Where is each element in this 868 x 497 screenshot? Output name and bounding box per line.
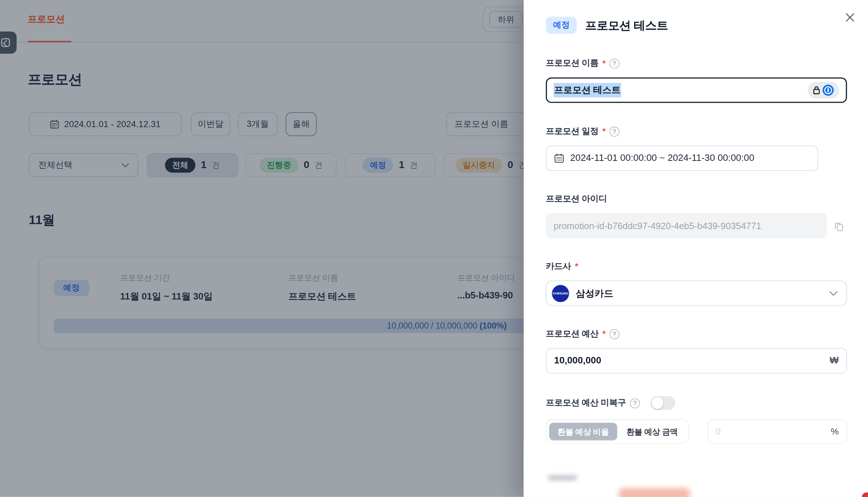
schedule-input[interactable]: 2024-11-01 00:00:00 ~ 2024-11-30 00:00:0… — [546, 145, 818, 171]
budget-no-restore-row: 프로모션 예산 미복구 ? — [546, 396, 675, 410]
drawer-title: 프로모션 테스트 — [585, 18, 668, 33]
status-badge: 예정 — [546, 17, 577, 34]
name-field-label: 프로모션 이름 * ? — [546, 57, 619, 69]
won-currency-symbol: ₩ — [830, 355, 839, 366]
tab-refund-amount[interactable]: 환불 예상 금액 — [618, 423, 686, 440]
budget-input[interactable]: 10,000,000 ₩ — [546, 348, 847, 373]
drawer-header: 예정 프로모션 테스트 — [546, 17, 668, 34]
drawer-footer: 프로모션 종료 취소 저장 — [524, 439, 868, 497]
budget-field-label: 프로모션 예산 * ? — [546, 328, 619, 340]
required-mark: * — [602, 59, 606, 68]
budget-no-restore-toggle[interactable] — [650, 396, 675, 410]
password-manager-extension-button[interactable] — [808, 82, 839, 98]
chevron-down-icon — [829, 291, 837, 296]
screen: 프로모션 하위 프로모션 2024.01.01 - 2024.12.31 — [0, 0, 868, 497]
onepassword-icon — [822, 84, 834, 96]
promotion-id-value: promotion-id-b76ddc97-4920-4eb5-b439-903… — [554, 220, 761, 231]
required-mark: * — [602, 127, 606, 136]
budget-value: 10,000,000 — [554, 355, 601, 366]
lock-icon — [813, 86, 821, 95]
close-icon — [845, 13, 854, 22]
name-input[interactable]: 프로모션 테스트 — [546, 78, 847, 103]
help-icon[interactable]: ? — [609, 59, 619, 69]
blurred-artifact — [548, 475, 577, 480]
toggle-knob — [651, 397, 663, 409]
copy-icon — [834, 221, 844, 232]
card-company-label: 카드사 * — [546, 261, 578, 272]
tab-refund-ratio[interactable]: 환불 예상 비율 — [549, 423, 617, 440]
refund-ratio-input[interactable] — [716, 427, 826, 437]
schedule-value: 2024-11-01 00:00:00 ~ 2024-11-30 00:00:0… — [570, 153, 754, 164]
help-icon[interactable]: ? — [609, 126, 619, 136]
promotion-detail-drawer: 예정 프로모션 테스트 프로모션 이름 * ? 프로모션 테스트 — [524, 0, 868, 497]
calendar-icon — [554, 153, 564, 163]
id-field-label: 프로모션 아이디 — [546, 193, 607, 205]
card-company-value: 삼성카드 — [576, 287, 613, 299]
blurred-artifact — [619, 488, 690, 497]
close-button[interactable] — [844, 11, 856, 23]
card-company-select[interactable]: SAMSUNG 삼성카드 — [546, 280, 847, 306]
budget-no-restore-label: 프로모션 예산 미복구 — [546, 397, 626, 409]
promotion-id-input: promotion-id-b76ddc97-4920-4eb5-b439-903… — [546, 213, 827, 238]
samsung-card-logo: SAMSUNG — [552, 285, 569, 302]
copy-button[interactable] — [832, 220, 845, 232]
required-mark: * — [602, 329, 606, 339]
required-mark: * — [575, 262, 578, 271]
blurred-artifact — [862, 492, 868, 497]
help-icon[interactable]: ? — [630, 398, 640, 408]
help-icon[interactable]: ? — [609, 329, 619, 339]
percent-suffix: % — [831, 427, 839, 437]
name-input-value: 프로모션 테스트 — [554, 83, 621, 97]
schedule-field-label: 프로모션 일정 * ? — [546, 126, 619, 137]
